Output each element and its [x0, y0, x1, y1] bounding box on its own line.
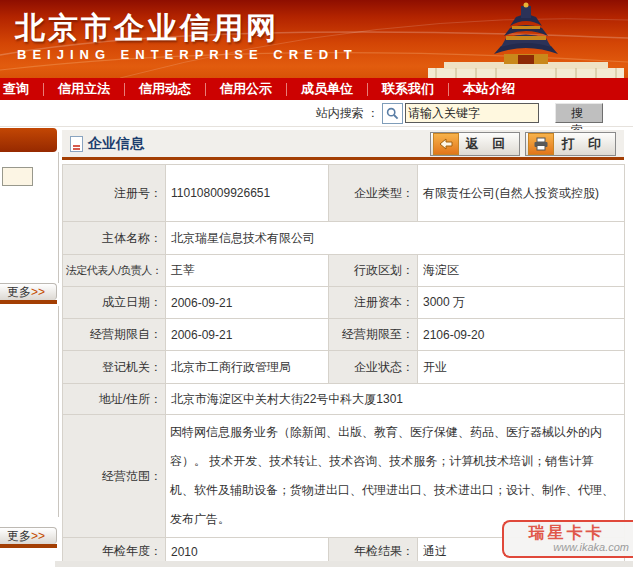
- status-label: 企业状态：: [329, 351, 418, 384]
- address-value: 北京市海淀区中关村大街22号中科大厦1301: [166, 384, 625, 415]
- table-row: 成立日期： 2006-09-21 注册资本： 3000 万: [63, 287, 625, 319]
- page-title: 企业信息: [88, 135, 144, 153]
- header-divider: [0, 126, 633, 127]
- table-row: 地址/住所： 北京市海淀区中关村大街22号中科大厦1301: [63, 384, 625, 415]
- capital-value: 3000 万: [418, 287, 625, 319]
- table-row: 主体名称： 北京瑞星信息技术有限公司: [63, 222, 625, 255]
- nav-item-xinyonggongshi[interactable]: 信用公示: [206, 80, 286, 98]
- back-button-label: 返 回: [466, 135, 511, 153]
- scope-label: 经营范围：: [63, 415, 166, 538]
- header-banner: 北京市企业信用网 BEIJING ENTERPRISE CREDIT: [0, 0, 628, 78]
- reg-no-value: 110108009926651: [166, 165, 329, 222]
- temple-of-heaven-illustration: [426, 2, 626, 78]
- nav-item-xinyonglifa[interactable]: 信用立法: [44, 80, 124, 98]
- nav-item-chaxun[interactable]: 查询: [0, 80, 43, 98]
- site-subtitle: BEIJING ENTERPRISE CREDIT: [17, 47, 358, 62]
- back-icon: [433, 133, 459, 155]
- search-label: 站内搜索 ：: [316, 105, 379, 122]
- more-arrow: >>: [31, 285, 45, 299]
- document-icon: [70, 136, 83, 152]
- site-title: 北京市企业信用网: [15, 8, 279, 49]
- more-arrow: >>: [31, 529, 45, 543]
- table-row: 登记机关： 北京市工商行政管理局 企业状态： 开业: [63, 351, 625, 384]
- watermark-text: 瑞星卡卡: [529, 525, 605, 541]
- term-from-value: 2006-09-21: [166, 319, 329, 351]
- name-label: 主体名称：: [63, 222, 166, 255]
- term-to-value: 2106-09-20: [418, 319, 625, 351]
- magnifier-icon: [386, 107, 399, 120]
- sidebar-section-header: [0, 128, 57, 152]
- sidebar-divider-top: [0, 300, 57, 304]
- main-navigation: 查询 信用立法 信用动态 信用公示 成员单位 联系我们 本站介绍: [0, 78, 628, 100]
- name-value: 北京瑞星信息技术有限公司: [166, 222, 625, 255]
- est-date-value: 2006-09-21: [166, 287, 329, 319]
- enterprise-info-table: 注册号： 110108009926651 企业类型： 有限责任公司(自然人投资或…: [62, 164, 625, 566]
- nav-item-benzhanjieshao[interactable]: 本站介绍: [449, 80, 529, 98]
- term-from-label: 经营期限自：: [63, 319, 166, 351]
- district-label: 行政区划：: [329, 255, 418, 287]
- search-input[interactable]: [405, 103, 539, 123]
- sidebar-more-link-bottom[interactable]: 更多>>: [0, 527, 57, 544]
- table-row: 注册号： 110108009926651 企业类型： 有限责任公司(自然人投资或…: [63, 165, 625, 222]
- site-search-bar: 站内搜索 ： 搜 索: [0, 100, 633, 126]
- district-value: 海淀区: [418, 255, 625, 287]
- legal-rep-value: 王莘: [166, 255, 329, 287]
- more-label: 更多: [7, 284, 31, 301]
- type-value: 有限责任公司(自然人投资或控股): [418, 165, 625, 222]
- nav-item-chengyuandanwei[interactable]: 成员单位: [287, 80, 367, 98]
- authority-label: 登记机关：: [63, 351, 166, 384]
- est-date-label: 成立日期：: [63, 287, 166, 319]
- print-button-label: 打 印: [561, 135, 606, 153]
- back-button[interactable]: 返 回: [430, 132, 521, 156]
- sidebar-more-link-top[interactable]: 更多>>: [0, 283, 57, 300]
- sidebar-input-fragment[interactable]: [2, 167, 33, 186]
- rising-kaka-watermark: 瑞星卡卡 www.ikaka.com: [502, 520, 633, 558]
- search-magnifier-button[interactable]: [382, 103, 403, 124]
- sidebar-panel-bottom: [0, 306, 59, 517]
- print-button[interactable]: 打 印: [525, 132, 616, 156]
- address-label: 地址/住所：: [63, 384, 166, 415]
- table-row: 法定代表人/负责人： 王莘 行政区划： 海淀区: [63, 255, 625, 287]
- content-title-bar: 企业信息 返 回 打 印: [62, 130, 624, 160]
- printer-icon: [528, 133, 554, 155]
- legal-rep-label: 法定代表人/负责人：: [63, 255, 166, 287]
- watermark-url: www.ikaka.com: [553, 541, 629, 554]
- more-label: 更多: [7, 528, 31, 545]
- table-row: 经营期限自： 2006-09-21 经营期限至： 2106-09-20: [63, 319, 625, 351]
- term-to-label: 经营期限至：: [329, 319, 418, 351]
- nav-item-xinyongdongtai[interactable]: 信用动态: [125, 80, 205, 98]
- status-value: 开业: [418, 351, 625, 384]
- next-row-fragment: [55, 561, 633, 567]
- sidebar-divider-bottom: [0, 544, 57, 548]
- type-label: 企业类型：: [329, 165, 418, 222]
- authority-value: 北京市工商行政管理局: [166, 351, 329, 384]
- capital-label: 注册资本：: [329, 287, 418, 319]
- nav-item-lianxiwomen[interactable]: 联系我们: [368, 80, 448, 98]
- reg-no-label: 注册号：: [63, 165, 166, 222]
- search-submit-button[interactable]: 搜 索: [555, 103, 603, 123]
